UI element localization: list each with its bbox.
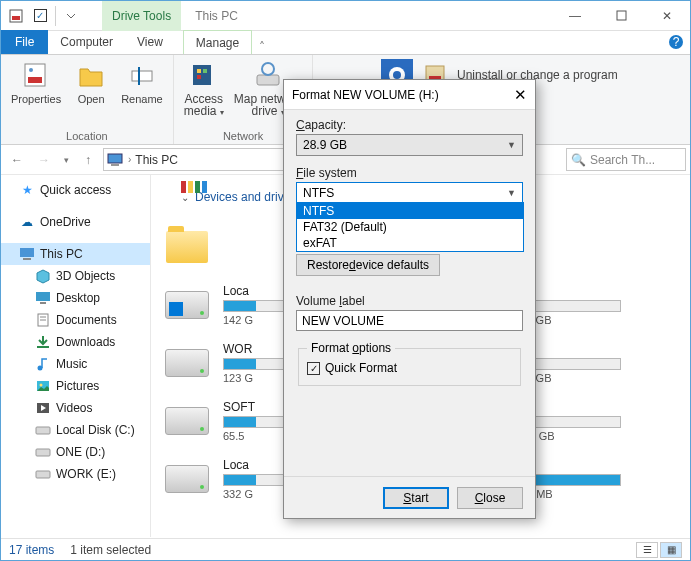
svg-rect-13 [197,75,201,79]
details-view-button[interactable]: ☰ [636,542,658,558]
open-button[interactable]: Open [67,57,115,128]
search-input[interactable]: 🔍 Search Th... [566,148,686,171]
tab-file[interactable]: File [1,30,48,54]
svg-rect-30 [37,346,49,348]
start-button[interactable]: Start [383,487,449,509]
drive-icon [35,466,51,482]
filesystem-label: File system [296,166,523,180]
svg-rect-6 [28,77,42,83]
svg-point-7 [29,68,33,72]
svg-point-15 [262,63,274,75]
disclosure-icon[interactable]: ⌄ [181,192,189,203]
contextual-tab-drive-tools: Drive Tools [102,1,181,31]
chevron-down-icon: ▼ [507,140,516,150]
fs-option-exfat[interactable]: exFAT [297,235,523,251]
back-button[interactable]: ← [5,148,29,172]
folder-icon [166,231,208,263]
format-options-legend: Format options [307,341,395,355]
help-icon[interactable]: ? [662,30,690,54]
filesystem-dropdown: NTFS FAT32 (Default) exFAT [296,202,524,252]
svg-rect-2 [617,11,626,20]
tab-manage[interactable]: Manage [183,30,252,54]
properties-icon [20,59,52,91]
svg-rect-14 [257,75,279,85]
svg-text:?: ? [673,35,680,49]
nav-desktop[interactable]: Desktop [1,287,150,309]
svg-rect-24 [23,258,31,260]
rename-icon [126,59,158,91]
svg-rect-23 [20,248,34,257]
close-dialog-button[interactable]: Close [457,487,523,509]
ribbon-collapse-icon[interactable]: ˄ [252,40,272,54]
capacity-combo[interactable]: 28.9 GB▼ [296,134,523,156]
videos-icon [35,400,51,416]
quick-format-checkbox[interactable]: ✓ Quick Format [307,361,512,375]
qat-checkbox-icon[interactable]: ✓ [29,5,51,27]
up-button[interactable]: ↑ [76,148,100,172]
nav-downloads[interactable]: Downloads [1,331,150,353]
nav-videos[interactable]: Videos [1,397,150,419]
media-icon [188,59,220,91]
nav-documents[interactable]: Documents [1,309,150,331]
dialog-title: Format NEW VOLUME (H:) [292,88,439,102]
filesystem-combo[interactable]: NTFS▼ [296,182,523,204]
checkbox-icon: ✓ [307,362,320,375]
drive-icon [165,465,209,493]
status-bar: 17 items 1 item selected ☰ ▦ [1,538,690,560]
breadcrumb[interactable]: › This PC [103,148,287,171]
svg-point-18 [393,71,401,79]
nav-pictures[interactable]: Pictures [1,375,150,397]
close-button[interactable]: ✕ [644,1,690,31]
recent-locations-button[interactable]: ▾ [59,148,73,172]
fs-option-fat32[interactable]: FAT32 (Default) [297,219,523,235]
svg-rect-11 [197,69,201,73]
nav-3d-objects[interactable]: 3D Objects [1,265,150,287]
dialog-close-button[interactable]: ✕ [514,86,527,104]
dialog-footer: Start Close [284,476,535,518]
network-drive-icon [252,59,284,91]
folder-band-icon [181,181,207,193]
svg-point-33 [40,384,43,387]
format-options-group: Format options ✓ Quick Format [298,341,521,386]
qat-dropdown-icon[interactable] [60,5,82,27]
svg-rect-9 [138,67,140,85]
rename-button[interactable]: Rename [117,57,167,128]
nav-work-e[interactable]: WORK (E:) [1,463,150,485]
ribbon-tabs: File Computer View Manage ˄ ? [1,31,690,55]
nav-one-d[interactable]: ONE (D:) [1,441,150,463]
cloud-icon: ☁ [19,214,35,230]
properties-button[interactable]: Properties [7,57,65,128]
svg-rect-36 [36,449,50,456]
nav-this-pc[interactable]: This PC [1,243,150,265]
this-pc-icon [106,151,124,169]
open-folder-icon [75,59,107,91]
tiles-view-button[interactable]: ▦ [660,542,682,558]
dialog-title-bar[interactable]: Format NEW VOLUME (H:) ✕ [284,80,535,110]
capacity-label: Capacity: [296,118,523,132]
nav-music[interactable]: Music [1,353,150,375]
chevron-right-icon[interactable]: › [128,154,131,165]
svg-rect-12 [203,69,207,73]
minimize-button[interactable]: — [552,1,598,31]
forward-button[interactable]: → [32,148,56,172]
volume-label-input[interactable] [296,310,523,331]
nav-onedrive[interactable]: ☁OneDrive [1,211,150,233]
svg-rect-8 [132,71,152,81]
music-icon [35,356,51,372]
pictures-icon [35,378,51,394]
format-dialog: Format NEW VOLUME (H:) ✕ Capacity: 28.9 … [283,79,536,519]
nav-quick-access[interactable]: ★Quick access [1,179,150,201]
volume-label-label: Volume label [296,294,523,308]
qat-properties-icon[interactable] [5,5,27,27]
this-pc-icon [19,246,35,262]
svg-rect-1 [12,16,20,20]
fs-option-ntfs[interactable]: NTFS [297,203,523,219]
restore-defaults-button[interactable]: Restore device defaults [296,254,440,276]
tab-computer[interactable]: Computer [48,30,125,54]
nav-local-disk-c[interactable]: Local Disk (C:) [1,419,150,441]
tab-view[interactable]: View [125,30,175,54]
access-media-button[interactable]: Accessmedia ▾ [180,57,228,128]
svg-rect-10 [193,65,211,85]
maximize-button[interactable] [598,1,644,31]
svg-rect-37 [36,471,50,478]
